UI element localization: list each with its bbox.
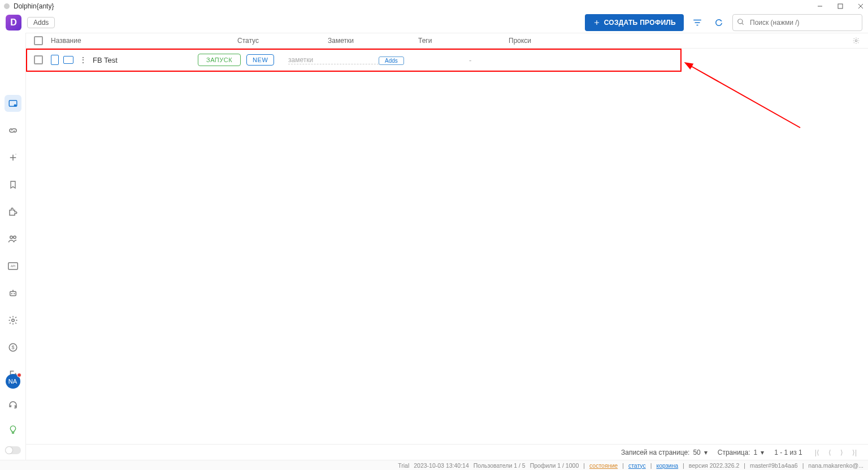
- table-settings-button[interactable]: [852, 37, 860, 45]
- bookmark-icon: [8, 180, 18, 190]
- column-header-name[interactable]: Название: [51, 37, 237, 45]
- sidebar-item-users[interactable]: [5, 230, 21, 247]
- app-icon: [3, 3, 10, 10]
- svg-point-13: [11, 319, 14, 322]
- sidebar-item-automation[interactable]: [5, 285, 21, 302]
- status-bar: Trial 2023-10-03 13:40:14 Пользователи 1…: [0, 460, 868, 470]
- row-checkbox[interactable]: [34, 55, 43, 64]
- status-profiles: Профили 1 / 1000: [530, 462, 579, 469]
- chevron-down-icon[interactable]: ▾: [761, 449, 764, 456]
- window-title: Dolphin{anty}: [14, 2, 54, 10]
- status-badge: NEW: [246, 54, 274, 66]
- page-range: 1 - 1 из 1: [774, 449, 802, 456]
- page-last-button[interactable]: ⟩|: [850, 447, 859, 458]
- row-proxy: -: [469, 56, 860, 64]
- robot-icon: [8, 288, 18, 298]
- avatar-initials: NA: [8, 378, 17, 385]
- per-page-value[interactable]: 50: [693, 449, 700, 456]
- refresh-icon: [714, 18, 724, 28]
- headset-icon: [8, 400, 18, 410]
- svg-point-0: [4, 3, 10, 9]
- row-name: FB Test: [93, 56, 118, 64]
- svg-rect-2: [838, 4, 843, 8]
- table-row[interactable]: ⋮ FB Test ЗАПУСК NEW заметки Adds -: [26, 49, 868, 71]
- refresh-button[interactable]: [711, 15, 727, 31]
- sidebar-item-bookmarks[interactable]: [5, 176, 21, 193]
- svg-text:API: API: [10, 264, 15, 268]
- device-desktop-icon: [63, 56, 73, 64]
- sidebar-item-browsers[interactable]: [5, 95, 21, 112]
- dollar-icon: $: [8, 342, 18, 352]
- users-icon: [8, 234, 18, 244]
- gear-icon: [8, 315, 18, 325]
- status-build: master#9b1a4aa6: [750, 462, 798, 469]
- page-value[interactable]: 1: [754, 449, 758, 456]
- column-header-tags[interactable]: Теги: [418, 37, 509, 45]
- status-link-trash[interactable]: корзина: [656, 462, 678, 469]
- app-logo[interactable]: D: [6, 15, 21, 31]
- filter-button[interactable]: [689, 15, 705, 31]
- per-page-label: Записей на странице:: [621, 449, 689, 456]
- plus-icon: [593, 19, 601, 27]
- svg-rect-9: [10, 291, 16, 296]
- sidebar-item-bulk[interactable]: [5, 149, 21, 166]
- status-link-status[interactable]: статус: [628, 462, 646, 469]
- status-version: версия 2022.326.2: [689, 462, 739, 469]
- theme-toggle[interactable]: [5, 446, 21, 454]
- create-profile-button[interactable]: СОЗДАТЬ ПРОФИЛЬ: [585, 14, 684, 31]
- link-icon: [8, 125, 18, 136]
- device-mobile-icon: [51, 55, 59, 65]
- column-header-notes[interactable]: Заметки: [328, 37, 418, 45]
- gear-icon: [852, 37, 860, 45]
- notification-dot-icon: [17, 373, 21, 377]
- select-all-checkbox[interactable]: [34, 36, 43, 45]
- status-link-sostoyanie[interactable]: состояние: [589, 462, 618, 469]
- window-titlebar: Dolphin{anty}: [0, 0, 868, 12]
- window-minimize-icon[interactable]: [816, 2, 824, 10]
- status-email: nana.makarenko@...: [808, 462, 863, 469]
- column-header-status[interactable]: Статус: [237, 37, 328, 45]
- sidebar-item-billing[interactable]: $: [5, 339, 21, 356]
- row-tag-adds[interactable]: Adds: [379, 56, 404, 65]
- adds-button[interactable]: Adds: [27, 17, 55, 28]
- page-first-button[interactable]: |⟨: [813, 447, 822, 458]
- sidebar: API $ NA: [0, 33, 26, 460]
- sidebar-item-extensions[interactable]: [5, 203, 21, 220]
- status-users: Пользователи 1 / 5: [474, 462, 526, 469]
- row-more-menu[interactable]: ⋮: [78, 55, 88, 64]
- filter-icon: [692, 18, 702, 28]
- window-maximize-icon[interactable]: [836, 2, 844, 10]
- sidebar-item-api[interactable]: API: [5, 258, 21, 275]
- svg-text:$: $: [11, 345, 14, 350]
- launch-button[interactable]: ЗАПУСК: [198, 54, 241, 66]
- browser-icon: [8, 98, 18, 108]
- page-label: Страница:: [718, 449, 750, 456]
- column-header-proxy[interactable]: Прокси: [509, 37, 852, 45]
- chevron-down-icon[interactable]: ▾: [704, 449, 708, 456]
- row-notes-placeholder[interactable]: заметки: [288, 56, 379, 64]
- plus-sparkle-icon: [8, 153, 18, 163]
- lightbulb-icon: [8, 425, 18, 435]
- svg-point-16: [855, 40, 857, 42]
- search-icon: [737, 18, 745, 26]
- status-trial: Trial: [398, 462, 409, 469]
- page-prev-button[interactable]: ⟨: [826, 447, 834, 458]
- app-topbar: D Adds СОЗДАТЬ ПРОФИЛЬ: [0, 12, 868, 33]
- search-input[interactable]: [732, 14, 862, 31]
- page-next-button[interactable]: ⟩: [838, 447, 845, 458]
- avatar[interactable]: NA: [6, 374, 20, 389]
- sidebar-item-support[interactable]: [5, 397, 21, 414]
- puzzle-icon: [8, 207, 18, 217]
- svg-point-6: [14, 105, 16, 107]
- table-header: Название Статус Заметки Теги Прокси: [26, 33, 868, 49]
- sidebar-item-proxies[interactable]: [5, 122, 21, 139]
- pagination-bar: Записей на странице: 50 ▾ Страница: 1 ▾ …: [26, 444, 868, 460]
- status-datetime: 2023-10-03 13:40:14: [414, 462, 469, 469]
- sidebar-item-settings[interactable]: [5, 312, 21, 329]
- create-profile-label: СОЗДАТЬ ПРОФИЛЬ: [604, 19, 676, 27]
- sidebar-item-tips[interactable]: [5, 421, 21, 438]
- content-area: Название Статус Заметки Теги Прокси ⋮ FB…: [26, 33, 868, 460]
- svg-point-11: [14, 293, 15, 294]
- svg-point-10: [11, 293, 12, 294]
- window-close-icon[interactable]: [857, 2, 865, 10]
